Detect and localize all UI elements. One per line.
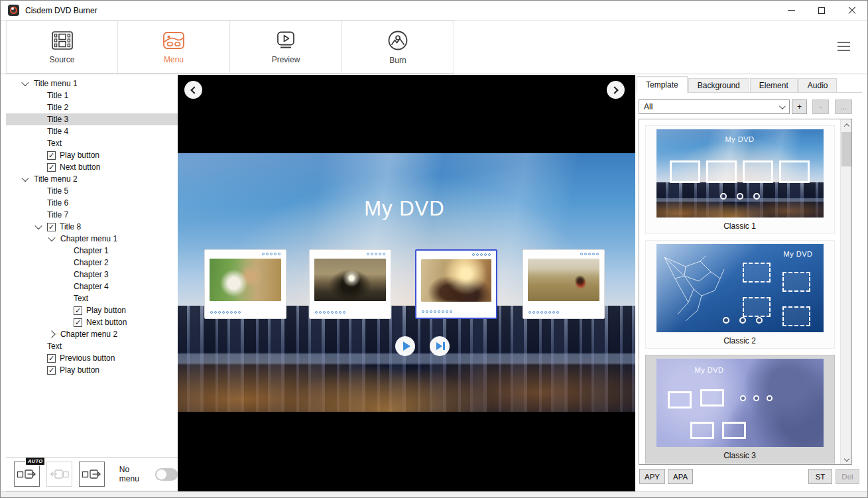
tree-item-title-1[interactable]: Title 1	[6, 90, 178, 101]
minimize-button[interactable]	[776, 1, 806, 20]
play-icon	[403, 342, 410, 351]
menu-hamburger-icon[interactable]	[837, 42, 850, 51]
close-icon	[848, 7, 856, 15]
add-category-button[interactable]: +	[792, 99, 807, 114]
frame-decoration-dots	[528, 311, 559, 314]
checkbox-checked[interactable]: ✓	[47, 163, 56, 172]
main-toolbar: SourceMenuPreviewBurn	[1, 21, 867, 74]
tab-element[interactable]: Element	[750, 78, 798, 92]
tree-item-label: Play button	[86, 306, 126, 315]
menu-forward-icon	[82, 467, 101, 481]
toolbar-preview-button[interactable]: Preview	[230, 21, 342, 74]
tree-item-label: Play button	[60, 365, 99, 375]
tree-item-title-4[interactable]: Title 4	[6, 125, 178, 137]
apply-button[interactable]: APY	[639, 469, 665, 484]
tree-item-title-8[interactable]: ✓Title 8	[6, 221, 178, 233]
tree-item-play-button[interactable]: ✓Play button	[6, 149, 178, 161]
tab-audio[interactable]: Audio	[798, 78, 837, 92]
tree-item-chapter-4[interactable]: Chapter 4	[6, 280, 178, 292]
title-thumbnail-motorcycle-sunset[interactable]	[309, 249, 391, 319]
template-filter-dropdown[interactable]: All	[639, 99, 790, 114]
skip-bar-icon	[443, 342, 445, 350]
template-thumbnail: My DVD	[656, 359, 824, 447]
tree-item-label: Text	[47, 139, 62, 148]
checkbox-checked[interactable]: ✓	[47, 151, 56, 160]
checkbox-checked[interactable]: ✓	[74, 318, 82, 327]
dvd-menu-title[interactable]: My DVD	[178, 197, 631, 221]
app-icon	[8, 5, 19, 16]
tree-item-chapter-3[interactable]: Chapter 3	[6, 269, 178, 280]
chevron-down-icon[interactable]	[48, 234, 55, 241]
title-thumbnail-field-motorbike[interactable]	[523, 249, 605, 319]
title-thumbnail-girl-with-dog[interactable]	[204, 249, 286, 319]
chevron-right-icon[interactable]	[48, 330, 55, 338]
tree-item-chapter-menu-1[interactable]: Chapter menu 1	[6, 233, 178, 245]
frame-decoration-dots	[472, 253, 491, 256]
template-item-classic-2[interactable]: My DVDClassic 2	[645, 240, 835, 349]
toolbar-menu-button[interactable]: Menu	[118, 21, 230, 74]
tree-item-label: Chapter menu 2	[60, 330, 117, 339]
toolbar-source-button[interactable]: Source	[6, 21, 118, 74]
tree-item-label: Title 2	[47, 103, 68, 112]
tree-item-title-2[interactable]: Title 2	[6, 101, 178, 113]
chevron-down-icon[interactable]	[21, 79, 29, 86]
toggle-knob	[156, 469, 166, 479]
template-dvd-title: My DVD	[695, 366, 724, 374]
tree-item-play-button[interactable]: ✓Play button	[6, 364, 178, 376]
no-menu-toggle[interactable]	[155, 468, 178, 481]
video-still-girl-with-dog	[210, 259, 281, 301]
template-item-classic-1[interactable]: My DVDClassic 1	[645, 125, 835, 234]
tree-item-play-button[interactable]: ✓Play button	[6, 304, 178, 316]
tree-item-title-menu-2[interactable]: Title menu 2	[6, 173, 178, 185]
tree-item-label: Previous button	[60, 353, 115, 363]
previous-page-button[interactable]	[184, 81, 202, 99]
delete-button: Del	[836, 469, 859, 484]
tree-item-title-7[interactable]: Title 7	[6, 209, 178, 221]
tree-item-text[interactable]: Text	[6, 292, 178, 304]
template-item-classic-3[interactable]: My DVDClassic 3	[645, 355, 835, 464]
tree-item-title-5[interactable]: Title 5	[6, 185, 178, 197]
checkbox-checked[interactable]: ✓	[74, 306, 82, 315]
tree-item-next-button[interactable]: ✓Next button	[6, 316, 178, 328]
title-thumbnail-street-couple[interactable]	[415, 249, 497, 319]
tree-item-text[interactable]: Text	[6, 340, 178, 352]
menu-skip-button[interactable]	[430, 336, 450, 356]
tree-item-title-menu-1[interactable]: Title menu 1	[6, 78, 178, 90]
menu-forward-button[interactable]	[79, 462, 105, 487]
photo-stamp-frame	[743, 297, 771, 317]
tree-item-chapter-1[interactable]: Chapter 1	[6, 245, 178, 257]
checkbox-checked[interactable]: ✓	[47, 223, 56, 231]
template-list-scrollbar[interactable]	[840, 119, 851, 464]
tree-item-chapter-2[interactable]: Chapter 2	[6, 257, 178, 269]
tree-item-previous-button[interactable]: ✓Previous button	[6, 352, 178, 364]
checkbox-checked[interactable]: ✓	[47, 354, 56, 363]
chevron-down-icon[interactable]	[21, 174, 29, 182]
apply-all-button[interactable]: APA	[668, 469, 693, 484]
menu-mode-auto-button[interactable]: AUTO	[14, 462, 40, 487]
set-button[interactable]: ST	[808, 469, 832, 484]
close-button[interactable]	[837, 1, 867, 20]
tree-item-chapter-menu-2[interactable]: Chapter menu 2	[6, 328, 178, 340]
tree-item-label: Title 6	[47, 198, 68, 208]
tree-item-title-3[interactable]: Title 3	[6, 113, 178, 125]
maximize-button[interactable]	[806, 1, 837, 20]
tab-background[interactable]: Background	[688, 78, 749, 92]
chevron-down-icon[interactable]	[34, 222, 42, 229]
scrollbar-thumb[interactable]	[841, 132, 851, 166]
chevron-left-icon	[190, 86, 198, 93]
tree-item-label: Play button	[60, 151, 99, 160]
scroll-down-button[interactable]	[841, 453, 852, 464]
tree-item-next-button[interactable]: ✓Next button	[6, 161, 178, 173]
next-page-button[interactable]	[607, 81, 625, 99]
frame-decoration-dots	[580, 253, 599, 255]
checkbox-checked[interactable]: ✓	[47, 366, 56, 375]
toolbar-burn-button[interactable]: Burn	[342, 21, 454, 74]
tree-item-title-6[interactable]: Title 6	[6, 197, 178, 209]
tree-item-text[interactable]: Text	[6, 137, 178, 149]
right-panel: TemplateBackgroundElementAudio All +-...…	[635, 75, 863, 491]
tab-template[interactable]: Template	[637, 76, 688, 93]
scroll-up-button[interactable]	[841, 119, 852, 131]
chevron-right-icon	[611, 86, 618, 93]
template-dvd-title: My DVD	[656, 135, 824, 143]
menu-play-button[interactable]	[395, 336, 415, 356]
